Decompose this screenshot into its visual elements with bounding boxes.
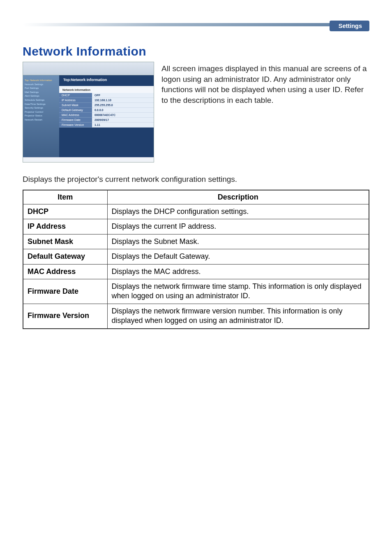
screenshot-field-label: Default Gateway xyxy=(59,108,92,113)
page-header: Settings xyxy=(23,21,369,32)
screenshot-field-value: 0.0.0.0 xyxy=(92,108,154,113)
screenshot-field-value: 000087AEC47C xyxy=(92,113,154,118)
screenshot-sidebar-item: Date/Time Settings xyxy=(25,102,58,107)
table-intro-text: Displays the projector's current network… xyxy=(23,175,369,184)
screenshot-page-title: Top:Network Information xyxy=(59,75,154,86)
screenshot-sidebar-item: Network Settings xyxy=(25,83,58,87)
table-cell-item: MAC Address xyxy=(23,264,107,279)
screenshot-statusbar xyxy=(23,157,154,162)
settings-table: Item Description DHCP Displays the DHCP … xyxy=(23,190,369,329)
screenshot-card-title: Network Information xyxy=(59,88,154,93)
screenshot-field-label: DHCP xyxy=(59,93,92,98)
screenshot-field-value: 255.255.255.0 xyxy=(92,103,154,108)
table-cell-item: Firmware Version xyxy=(23,304,107,328)
table-cell-description: Displays the network firmware version nu… xyxy=(107,304,369,328)
table-cell-item: IP Address xyxy=(23,219,107,234)
table-cell-item: Default Gateway xyxy=(23,249,107,264)
screenshot-field-value: OFF xyxy=(92,93,154,98)
screenshot-main: Top:Network Information Network Informat… xyxy=(59,75,154,157)
screenshot-sidebar-highlight: Top: Network Information xyxy=(25,79,58,83)
table-cell-description: Displays the MAC address. xyxy=(107,264,369,279)
screenshot-sidebar-item: Alert Settings xyxy=(25,94,58,98)
screenshot-field-label: MAC Address xyxy=(59,113,92,118)
screenshot-browser-chrome xyxy=(23,62,154,75)
table-cell-item: Firmware Date xyxy=(23,279,107,304)
screenshot-sidebar-item: Port Settings xyxy=(25,86,58,91)
table-row: Subnet Mask Displays the Subnet Mask. xyxy=(23,234,369,249)
table-header-description: Description xyxy=(107,190,369,204)
screenshot-thumbnail: Top: Network Information Network Setting… xyxy=(23,62,154,162)
screenshot-sidebar-item: Schedule Settings xyxy=(25,98,58,102)
table-cell-description: Displays the current IP address. xyxy=(107,219,369,234)
screenshot-field-label: Subnet Mask xyxy=(59,103,92,108)
screenshot-sidebar-item: Security Settings xyxy=(25,106,58,110)
table-cell-description: Displays the Subnet Mask. xyxy=(107,234,369,249)
table-cell-item: Subnet Mask xyxy=(23,234,107,249)
table-row: MAC Address Displays the MAC address. xyxy=(23,264,369,279)
table-row: IP Address Displays the current IP addre… xyxy=(23,219,369,234)
screenshot-sidebar-item: Mail Settings xyxy=(25,91,58,95)
table-row: Firmware Version Displays the network fi… xyxy=(23,304,369,328)
table-header-item: Item xyxy=(23,190,107,204)
table-cell-description: Displays the DHCP configuration settings… xyxy=(107,204,369,219)
intro-paragraph: All screen images displayed in this manu… xyxy=(161,62,369,106)
screenshot-field-label: Firmware Version xyxy=(59,123,92,128)
table-row: DHCP Displays the DHCP configuration set… xyxy=(23,204,369,219)
header-gradient xyxy=(23,23,369,26)
table-cell-description: Displays the network firmware time stamp… xyxy=(107,279,369,304)
screenshot-field-label: Firmware Date xyxy=(59,118,92,123)
table-row: Firmware Date Displays the network firmw… xyxy=(23,279,369,304)
screenshot-sidebar-item: Projector Control xyxy=(25,110,58,114)
screenshot-field-value: 1.11 xyxy=(92,123,154,128)
table-row: Default Gateway Displays the Default Gat… xyxy=(23,249,369,264)
table-cell-description: Displays the Default Gateway. xyxy=(107,249,369,264)
screenshot-field-label: IP Address xyxy=(59,98,92,103)
screenshot-field-value: 192.168.1.10 xyxy=(92,98,154,103)
screenshot-sidebar-item: Network Restart xyxy=(25,118,58,122)
screenshot-sidebar-item: Projector Status xyxy=(25,114,58,118)
screenshot-field-value: 2005/09/17 xyxy=(92,118,154,123)
table-cell-item: DHCP xyxy=(23,204,107,219)
screenshot-sidebar: Top: Network Information Network Setting… xyxy=(23,75,59,157)
section-title: Network Information xyxy=(23,44,369,58)
header-badge: Settings xyxy=(330,21,369,31)
